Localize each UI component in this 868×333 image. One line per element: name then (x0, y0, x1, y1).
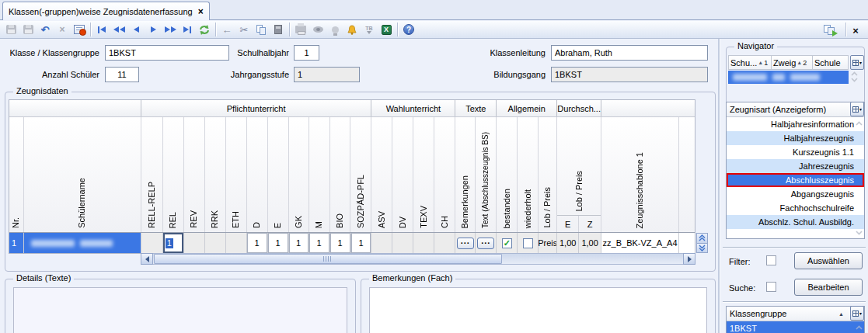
zeugnisart-item-abschlusszeugnis-selected[interactable]: Abschlusszeugnis (727, 173, 864, 187)
save-button[interactable] (19, 22, 37, 37)
cell-durchschnitt-e[interactable]: 1,00 (557, 233, 579, 253)
chevron-down-icon[interactable] (851, 78, 858, 82)
text-ellipsis-button[interactable]: ... (477, 238, 494, 249)
toggle-navigator-button[interactable] (821, 23, 839, 38)
undo-button[interactable]: ↶ (37, 22, 54, 37)
spin-down-button[interactable] (696, 243, 708, 254)
bearbeiten-button[interactable]: Bearbeiten (794, 279, 863, 296)
notification-button[interactable] (343, 22, 361, 37)
navigator-selected-row[interactable] (728, 71, 849, 84)
zeugnisart-header[interactable]: Zeugnisart (Anzeigeform) ▾ (727, 102, 864, 117)
klassengruppe-header[interactable]: Klassengruppe ▲ ▾ (727, 307, 864, 321)
copy-button[interactable] (253, 22, 270, 37)
column-header-rel: REL (163, 117, 184, 232)
zeugnisart-item-abschlz-schul-ausbildg[interactable]: Abschlz. Schul. Ausbildg. (727, 215, 864, 229)
auswaehlen-button[interactable]: Auswählen (794, 252, 863, 269)
details-texte-memo[interactable] (13, 287, 347, 333)
filter-checkbox[interactable] (766, 255, 776, 265)
cell-rev[interactable] (184, 233, 205, 253)
zeugnisart-item-fachhochschulreife[interactable]: Fachhochschulreife (727, 201, 864, 215)
cell-durchschnitt-z[interactable]: 1,00 (579, 233, 601, 253)
tab-close-icon[interactable]: × (198, 7, 204, 16)
nav-next-button[interactable] (145, 22, 162, 37)
hint-button[interactable] (326, 22, 343, 37)
nav-first-button[interactable] (93, 22, 110, 37)
suche-input[interactable] (766, 282, 776, 292)
cell-eth[interactable] (226, 233, 247, 253)
schulhalbjahr-field[interactable]: 1 (294, 45, 319, 61)
nav-fast-next-button[interactable] (162, 22, 179, 37)
chevron-down-icon[interactable] (856, 231, 863, 235)
nav-prev-button[interactable] (127, 22, 145, 37)
cell-e-grade[interactable]: 1 (268, 233, 289, 253)
cell-nr[interactable]: 1 (9, 233, 24, 253)
navigator-column-zweig[interactable]: Zweig▲2 (772, 55, 813, 70)
excel-export-button[interactable]: X (378, 22, 395, 37)
zeugnisart-field-chooser-button[interactable]: ▾ (850, 102, 864, 116)
cell-sozpaed-grade[interactable]: 1 (351, 233, 372, 253)
column-header-sozpaed-pfl: SOZPÄD-PFL (350, 117, 371, 232)
scroll-left-button[interactable] (141, 253, 153, 265)
cell-schuelername[interactable] (24, 233, 141, 253)
cell-gk-grade[interactable]: 1 (289, 233, 309, 253)
cell-ch[interactable] (434, 233, 455, 253)
preview-button[interactable] (309, 22, 326, 37)
close-panel-button[interactable]: × (846, 23, 865, 38)
cell-bio-grade[interactable]: 1 (330, 233, 351, 253)
go-back-button[interactable]: ← (218, 22, 235, 37)
spin-up-button[interactable] (696, 233, 708, 243)
klassengruppe-field-chooser-button[interactable]: ▾ (850, 306, 864, 321)
chevron-up-icon[interactable] (856, 121, 863, 126)
bemerkungen-fach-groupbox: Bemerkungen (Fach) (361, 279, 716, 333)
delete-icon: × (59, 25, 64, 34)
cell-lob-preis[interactable]: Preis (539, 233, 557, 253)
column-header-rev: REV (184, 117, 205, 232)
scroll-right-button[interactable] (683, 253, 695, 265)
bemerkungen-fach-textarea[interactable] (369, 287, 707, 333)
chevron-up-icon[interactable] (856, 325, 863, 330)
cell-m-grade[interactable]: 1 (309, 233, 330, 253)
print-button[interactable] (292, 22, 309, 37)
chevron-up-icon[interactable] (851, 71, 858, 76)
sub-header-z: Z (579, 216, 601, 232)
delete-button[interactable]: × (54, 22, 71, 37)
anzahl-schueler-field[interactable]: 11 (105, 67, 139, 82)
table-row: 1 1 1 1 1 1 1 1 (9, 233, 695, 253)
cell-rel-grade-input[interactable]: 1 (163, 233, 184, 253)
klassenleitung-field[interactable]: Abraham, Ruth (551, 45, 708, 61)
cell-dv[interactable] (392, 233, 413, 253)
zeugnisart-item-kurszeugnis[interactable]: Kurszeugnis 1.1 (727, 145, 864, 159)
tab-zeugnisdatenerfassung[interactable]: Klassen(-gruppen)weise Zeugnisdatenerfas… (2, 2, 210, 20)
redacted-student-name (26, 240, 113, 247)
zeugnisart-item-jahreszeugnis[interactable]: Jahreszeugnis (727, 159, 864, 173)
scrollbar-thumb[interactable] (154, 254, 502, 264)
cell-d-grade[interactable]: 1 (247, 233, 268, 253)
edit-form-button[interactable] (71, 22, 88, 37)
cell-rrk[interactable] (205, 233, 226, 253)
save-append-button[interactable] (2, 22, 19, 37)
cell-zeugnisschablone[interactable]: zz_B_BK-VZ_A_A4 (601, 233, 679, 253)
navigator-field-chooser-button[interactable]: ▾ (850, 55, 864, 70)
nav-last-button[interactable] (179, 22, 196, 37)
cell-asv[interactable] (371, 233, 392, 253)
wiederholt-checkbox[interactable] (523, 238, 533, 248)
help-button[interactable]: ? (400, 22, 417, 37)
paste-button[interactable] (270, 22, 287, 37)
zeugnisart-item-halbjahresinformation[interactable]: Halbjahresinformation (727, 117, 864, 131)
toolbar-separator (289, 23, 290, 36)
cell-texv[interactable] (413, 233, 434, 253)
refresh-button[interactable] (196, 22, 213, 37)
cell-rell-relp[interactable] (141, 233, 163, 253)
nav-fast-prev-button[interactable] (110, 22, 127, 37)
bemerkungen-ellipsis-button[interactable]: ... (457, 238, 474, 249)
navigator-column-schule1[interactable]: Schu...▲1 (728, 55, 772, 70)
navigator-column-schule[interactable]: Schule (813, 55, 849, 70)
bestanden-checkbox[interactable]: ✓ (502, 238, 512, 248)
zeugnisart-item-halbjahreszeugnis[interactable]: Halbjahreszeugnis (727, 131, 864, 145)
group-header-allgemein: Allgemein (497, 100, 557, 116)
zeugnisart-item-abgangszeugnis[interactable]: Abgangszeugnis (727, 187, 864, 201)
klassengruppe-item-1bkst-selected[interactable]: 1BKST (727, 321, 864, 333)
cut-button[interactable]: ✂ (235, 22, 253, 37)
tb-export-button[interactable]: TB (361, 22, 378, 37)
column-header-wiederholt: wiederholt (518, 117, 539, 232)
